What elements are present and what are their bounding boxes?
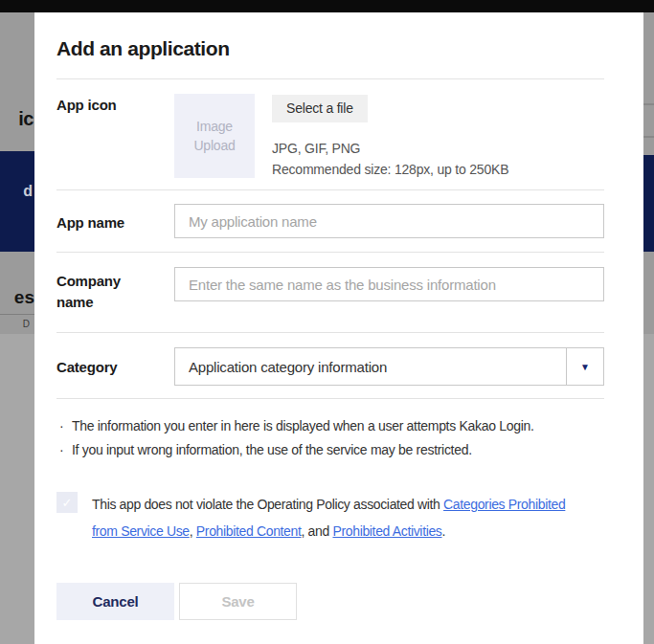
bullet-dot: ·: [59, 438, 72, 462]
policy-text-line2: from Service Use, Prohibited Content, an…: [92, 518, 565, 544]
dimmed-backdrop-left: ic d es D: [0, 12, 34, 644]
backdrop-navy-text-fragment: d: [23, 183, 33, 200]
backdrop-small-text-fragment: D: [23, 319, 30, 329]
chevron-down-icon[interactable]: ▼: [566, 348, 603, 385]
category-label: Category: [56, 347, 174, 386]
note-text: If you input wrong information, the use …: [72, 438, 472, 462]
app-name-row: App name: [56, 190, 604, 252]
upload-placeholder-line2: Upload: [193, 136, 235, 155]
modal-footer: Cancel Save: [56, 583, 604, 620]
company-name-input[interactable]: [174, 267, 604, 301]
policy-text: This app does not violate the Operating …: [92, 491, 565, 544]
browser-top-bar: [0, 0, 654, 12]
link-prohibited-content[interactable]: Prohibited Content: [196, 523, 302, 539]
backdrop-seam: [643, 136, 654, 138]
backdrop-lower-area: [0, 334, 34, 644]
modal-title: Add an application: [56, 36, 604, 61]
company-name-row: Company name: [56, 253, 604, 332]
note-item: · The information you enter in here is d…: [56, 414, 604, 438]
allowed-formats-text: JPG, GIF, PNG: [272, 141, 508, 156]
backdrop-divider: [0, 314, 34, 315]
backdrop-navy-banner: d: [0, 151, 34, 252]
backdrop-subheading-fragment: es: [14, 287, 34, 308]
policy-checkbox[interactable]: ✓: [56, 492, 78, 513]
save-button[interactable]: Save: [179, 583, 297, 620]
bullet-dot: ·: [59, 414, 72, 438]
notes-list: · The information you enter in here is d…: [56, 414, 604, 462]
recommended-size-text: Recommended size: 128px, up to 250KB: [272, 162, 508, 177]
select-file-button[interactable]: Select a file: [272, 95, 368, 122]
category-row: Category Application category informatio…: [56, 333, 604, 398]
backdrop-lower-area: [643, 334, 654, 644]
link-categories-prohibited[interactable]: from Service Use: [92, 523, 190, 539]
backdrop-seam: [643, 103, 654, 105]
backdrop-heading-fragment: ic: [18, 108, 34, 130]
divider: [56, 398, 604, 399]
category-select[interactable]: Application category information ▼: [174, 347, 604, 386]
policy-agreement-row: ✓ This app does not violate the Operatin…: [56, 491, 604, 544]
app-icon-label: App icon: [56, 94, 174, 178]
dimmed-backdrop-right: [643, 12, 654, 644]
app-name-label: App name: [56, 204, 174, 238]
app-icon-row: App icon Image Upload Select a file JPG,…: [56, 79, 604, 189]
link-categories-prohibited[interactable]: Categories Prohibited: [443, 497, 565, 512]
note-item: · If you input wrong information, the us…: [56, 438, 604, 462]
link-prohibited-activities[interactable]: Prohibited Activities: [332, 523, 441, 539]
category-selected-value: Application category information: [175, 348, 566, 385]
add-application-modal: Add an application App icon Image Upload…: [34, 12, 643, 644]
note-text: The information you enter in here is dis…: [72, 414, 534, 438]
company-name-label: Company name: [56, 267, 174, 313]
policy-text-line1: This app does not violate the Operating …: [92, 491, 565, 518]
image-upload-dropzone[interactable]: Image Upload: [174, 94, 255, 178]
upload-placeholder-line1: Image: [196, 117, 233, 136]
cancel-button[interactable]: Cancel: [56, 583, 174, 620]
backdrop-navy-banner: [643, 155, 654, 252]
checkmark-icon: ✓: [62, 496, 73, 510]
app-name-input[interactable]: [174, 204, 604, 238]
